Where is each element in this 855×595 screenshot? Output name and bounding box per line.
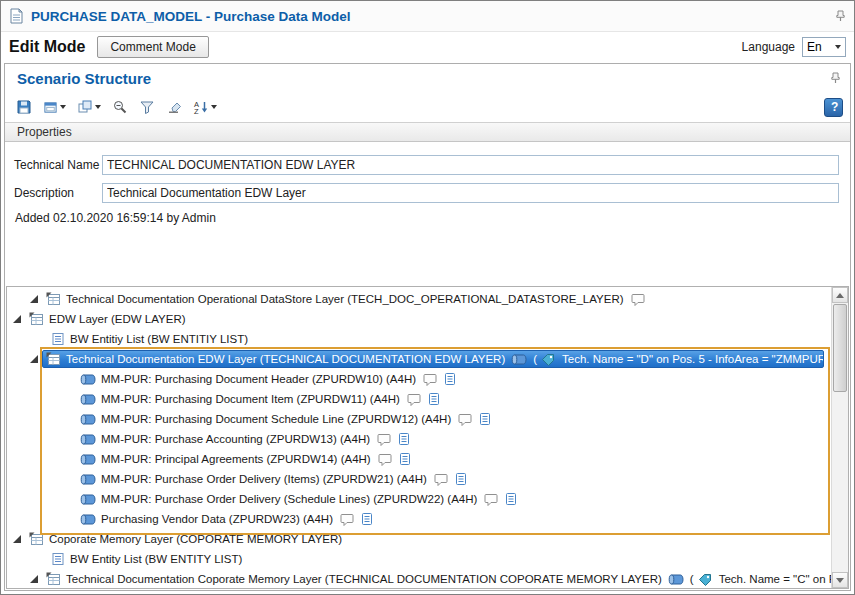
doc-icon[interactable] bbox=[505, 492, 517, 506]
doc-icon[interactable] bbox=[398, 432, 410, 446]
tree-row: MM-PUR: Purchasing Document Item (ZPURDW… bbox=[7, 389, 831, 409]
expander-icon[interactable] bbox=[13, 535, 21, 543]
tree-row: MM-PUR: Purchase Accounting (ZPURDW13) (… bbox=[7, 429, 831, 449]
doc-icon[interactable] bbox=[428, 392, 440, 406]
tree-row-label: Technical Documentation Operational Data… bbox=[66, 293, 624, 305]
technical-name-input[interactable] bbox=[102, 155, 839, 175]
tree-node[interactable]: MM-PUR: Purchasing Document Item (ZPURDW… bbox=[76, 390, 444, 408]
comment-icon[interactable] bbox=[484, 493, 498, 506]
expander-icon[interactable] bbox=[13, 315, 21, 323]
copy-layout-icon bbox=[77, 99, 93, 115]
scroll-up-button[interactable] bbox=[832, 287, 848, 303]
list-icon bbox=[51, 332, 65, 346]
adso-icon bbox=[80, 373, 96, 386]
tree-row: MM-PUR: Purchasing Document Schedule Lin… bbox=[7, 409, 831, 429]
save-options-button[interactable] bbox=[39, 97, 70, 118]
comment-icon[interactable] bbox=[631, 293, 645, 306]
scroll-down-button[interactable] bbox=[832, 572, 848, 588]
doc-icon[interactable] bbox=[479, 412, 491, 426]
tree-row-label: Coporate Memory Layer (COPORATE MEMORY L… bbox=[49, 533, 342, 545]
layer-icon bbox=[46, 292, 61, 306]
save-icon bbox=[16, 99, 32, 115]
tree-row: MM-PUR: Principal Agreements (ZPURDW14) … bbox=[7, 449, 831, 469]
added-info: Added 02.10.2020 16:59:14 by Admin bbox=[15, 211, 841, 225]
arrow-up-icon bbox=[836, 293, 844, 298]
tree-row-label: Purchasing Vendor Data (ZPURDW23) (A4H) bbox=[101, 513, 333, 525]
tree-row-label: MM-PUR: Purchase Order Delivery (Items) … bbox=[101, 473, 427, 485]
doc-icon[interactable] bbox=[455, 472, 467, 486]
scenario-structure-title: Scenario Structure bbox=[17, 70, 151, 87]
model-icon bbox=[9, 8, 24, 24]
tree-node[interactable]: EDW Layer (EDW LAYER) bbox=[25, 310, 190, 328]
chevron-down-icon bbox=[60, 105, 66, 109]
tree-node[interactable]: Coporate Memory Layer (COPORATE MEMORY L… bbox=[25, 530, 346, 548]
comment-icon[interactable] bbox=[458, 413, 472, 426]
tree-row-label: MM-PUR: Purchasing Document Header (ZPUR… bbox=[101, 373, 416, 385]
tree-row: BW Entity List (BW ENTITY LIST) bbox=[7, 549, 831, 569]
comment-mode-button[interactable]: Comment Mode bbox=[97, 36, 208, 58]
tree-node[interactable]: Technical Documentation EDW Layer (TECHN… bbox=[42, 350, 824, 368]
filter-button[interactable] bbox=[135, 96, 159, 118]
tree-node[interactable]: MM-PUR: Purchase Order Delivery (Items) … bbox=[76, 470, 471, 488]
app-window: PURCHASE DATA_MODEL - Purchase Data Mode… bbox=[0, 0, 855, 595]
expander-icon[interactable] bbox=[30, 295, 38, 303]
copy-layout-button[interactable] bbox=[73, 96, 105, 118]
scenario-tree: Technical Documentation Operational Data… bbox=[7, 287, 831, 588]
comment-icon[interactable] bbox=[423, 373, 437, 386]
comment-icon[interactable] bbox=[340, 513, 354, 526]
doc-icon[interactable] bbox=[361, 512, 373, 526]
clear-filter-button[interactable] bbox=[162, 96, 186, 118]
zoom-button[interactable] bbox=[108, 96, 132, 118]
expander-icon[interactable] bbox=[30, 575, 38, 583]
adso-icon bbox=[80, 413, 96, 426]
tree-node[interactable]: MM-PUR: Purchasing Document Header (ZPUR… bbox=[76, 370, 460, 388]
title-bar: PURCHASE DATA_MODEL - Purchase Data Mode… bbox=[1, 1, 854, 32]
tree-node[interactable]: MM-PUR: Principal Agreements (ZPURDW14) … bbox=[76, 450, 415, 468]
tree-node[interactable]: BW Entity List (BW ENTITY LIST) bbox=[47, 550, 246, 568]
vertical-scrollbar[interactable] bbox=[831, 287, 848, 588]
tree-row: Purchasing Vendor Data (ZPURDW23) (A4H) bbox=[7, 509, 831, 529]
language-select[interactable]: En bbox=[802, 37, 846, 57]
chevron-down-icon bbox=[211, 105, 217, 109]
adso-icon bbox=[511, 353, 527, 366]
layer-icon bbox=[46, 352, 61, 366]
tree-row: MM-PUR: Purchasing Document Header (ZPUR… bbox=[7, 369, 831, 389]
comment-icon[interactable] bbox=[434, 473, 448, 486]
annotation-open-paren: ( bbox=[690, 573, 694, 585]
tree-node[interactable]: MM-PUR: Purchasing Document Schedule Lin… bbox=[76, 410, 495, 428]
help-button[interactable]: ? bbox=[824, 98, 843, 117]
description-input[interactable] bbox=[102, 183, 839, 203]
doc-icon[interactable] bbox=[399, 452, 411, 466]
tree-row-label: MM-PUR: Purchasing Document Schedule Lin… bbox=[101, 413, 451, 425]
clear-filter-icon bbox=[166, 99, 182, 115]
doc-icon[interactable] bbox=[444, 372, 456, 386]
save-button[interactable] bbox=[12, 96, 36, 118]
comment-icon[interactable] bbox=[377, 433, 391, 446]
sort-button[interactable]: AZ bbox=[189, 96, 221, 118]
tree-row-label: BW Entitiy List (BW ENTITIY LIST) bbox=[70, 333, 248, 345]
layer-icon bbox=[46, 572, 61, 586]
chevron-down-icon bbox=[835, 45, 841, 49]
tree-row: Coporate Memory Layer (COPORATE MEMORY L… bbox=[7, 529, 831, 549]
zoom-icon bbox=[112, 99, 128, 115]
pin-icon[interactable] bbox=[835, 10, 846, 22]
toolbar: AZ ? bbox=[5, 92, 850, 122]
tree-row: EDW Layer (EDW LAYER) bbox=[7, 309, 831, 329]
mode-bar: Edit Mode Comment Mode Language En bbox=[1, 32, 854, 62]
tree-node[interactable]: Purchasing Vendor Data (ZPURDW23) (A4H) bbox=[76, 510, 377, 528]
tree-node[interactable]: Technical Documentation Operational Data… bbox=[42, 290, 649, 308]
tree-node[interactable]: MM-PUR: Purchase Accounting (ZPURDW13) (… bbox=[76, 430, 414, 448]
tree-row-label: MM-PUR: Principal Agreements (ZPURDW14) … bbox=[101, 453, 371, 465]
list-icon bbox=[51, 552, 65, 566]
scenario-pin-icon[interactable] bbox=[830, 72, 841, 84]
comment-icon[interactable] bbox=[407, 393, 421, 406]
tree-node[interactable]: MM-PUR: Purchase Order Delivery (Schedul… bbox=[76, 490, 521, 508]
scrollbar-thumb[interactable] bbox=[833, 304, 847, 392]
adso-icon bbox=[80, 493, 96, 506]
tree-node[interactable]: BW Entitiy List (BW ENTITIY LIST) bbox=[47, 330, 252, 348]
tree-node[interactable]: Technical Documentation Coporate Memory … bbox=[42, 570, 831, 588]
expander-icon[interactable] bbox=[30, 355, 38, 363]
comment-icon[interactable] bbox=[378, 453, 392, 466]
scenario-header: Scenario Structure bbox=[5, 64, 850, 92]
adso-icon bbox=[668, 573, 684, 586]
